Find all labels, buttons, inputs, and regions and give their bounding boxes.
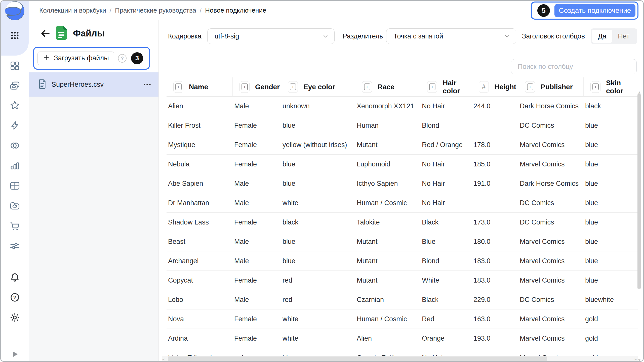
notifications[interactable] (1, 271, 29, 285)
encoding-label: Кодировка (168, 28, 202, 44)
encoding-select[interactable]: utf-8-sig (207, 28, 335, 44)
column-label: Name (189, 83, 208, 91)
table-cell: No Hair (420, 193, 472, 212)
lightning-icon (10, 120, 20, 132)
table-cell: Killer Frost (167, 116, 233, 135)
column-header: TGender (233, 77, 281, 96)
table-cell: Male (233, 232, 281, 251)
step-badge-5: 5 (537, 4, 550, 17)
table-cell: Female (233, 329, 281, 348)
table-cell: 173.0 (472, 213, 518, 232)
file-more-menu[interactable] (143, 83, 151, 86)
table-cell: White (420, 271, 472, 290)
breadcrumb-item[interactable]: Практические руководства (115, 7, 196, 14)
collections-icon (9, 80, 20, 92)
column-search-input[interactable] (511, 59, 637, 74)
create-connection-button[interactable]: Создать подключение (554, 4, 635, 17)
column-header: TRace (355, 77, 420, 96)
expand-sidebar-button[interactable] (1, 348, 29, 361)
app-window: ? (0, 0, 644, 362)
table-row: ArchangelMaleblueMutantBlond183.0Marvel … (167, 251, 638, 271)
table-cell: gold (584, 329, 638, 348)
breadcrumb-item[interactable]: Коллекции и воркбуки (39, 7, 106, 14)
table-cell: red (281, 271, 355, 290)
nav-marketplace[interactable] (1, 219, 29, 234)
table-cell: Czarnian (355, 290, 420, 309)
upload-files-button[interactable]: Загрузить файлы (37, 52, 114, 65)
table-cell: Dark Horse Comics (518, 97, 584, 116)
scroll-up-icon[interactable]: ▲ (637, 90, 641, 94)
nav-connections[interactable] (1, 119, 29, 133)
rail-divider (1, 346, 29, 346)
text-type-icon: T (239, 81, 250, 93)
table-row: NovaFemalewhiteHuman / CosmicRed163.0Mar… (167, 309, 638, 329)
scroll-left-icon[interactable]: ◂ (162, 357, 164, 361)
table-cell: Red (420, 309, 472, 329)
table-row: Dr ManhattanMalewhiteHuman / CosmicNo Ha… (167, 193, 638, 213)
settings[interactable] (1, 311, 29, 325)
left-rail: ? (1, 1, 29, 361)
table-cell: Nova (167, 309, 233, 329)
table-cell: DC Comics (518, 193, 584, 212)
table-cell: Dark Horse Comics (518, 174, 584, 193)
help[interactable]: ? (1, 291, 29, 305)
back-button[interactable] (39, 27, 51, 39)
file-list-item[interactable]: SuperHeroes.csv (29, 72, 158, 97)
table-cell: Black (420, 290, 472, 309)
table-cell: Female (233, 116, 281, 135)
table-cell: white (281, 309, 355, 329)
horizontal-scrollbar-thumb[interactable] (168, 356, 547, 361)
column-label: Height (494, 83, 516, 91)
column-label: Skin color (606, 79, 638, 95)
table-cell: 185.0 (472, 155, 518, 174)
nav-dashboards[interactable] (1, 179, 29, 193)
upload-help-icon[interactable]: ? (118, 54, 127, 63)
table-cell: Alien (167, 97, 233, 116)
scroll-down-icon[interactable]: ▼ (637, 358, 641, 362)
table-cell: Female (233, 213, 281, 232)
nav-collections[interactable] (1, 79, 29, 93)
table-cell (472, 116, 518, 135)
delimiter-value: Точка с запятой (393, 32, 504, 40)
text-type-icon: T (362, 81, 372, 93)
nav-charts[interactable] (1, 159, 29, 173)
nav-datasets[interactable] (1, 139, 29, 153)
vertical-scrollbar-thumb[interactable] (637, 94, 641, 289)
step-badge-3: 3 (131, 52, 143, 64)
table-cell: No Hair (420, 155, 472, 174)
svg-text:?: ? (13, 295, 16, 300)
upload-files-label: Загрузить файлы (54, 54, 109, 62)
file-name: SuperHeroes.csv (52, 81, 143, 88)
datalens-logo[interactable] (1, 4, 29, 18)
nav-tiles[interactable] (1, 59, 29, 73)
table-cell: gold (584, 309, 638, 329)
column-label: Eye color (303, 83, 335, 91)
table-cell: Dr Manhattan (167, 193, 233, 212)
header-toggle-no[interactable]: Нет (612, 30, 635, 43)
table-cell: 183.0 (472, 271, 518, 290)
table-cell: blue (584, 135, 638, 154)
table-row: AlienMaleunknownXenomorph XX121No Hair24… (167, 97, 638, 116)
nav-service-settings[interactable] (1, 240, 29, 254)
table-cell: Male (233, 174, 281, 193)
table-cell: Marvel Comics (518, 329, 584, 348)
folder-cloud-icon (9, 200, 20, 212)
breadcrumb-item: Новое подключение (205, 7, 266, 14)
scroll-right-icon[interactable]: ▸ (635, 357, 637, 361)
nav-storage[interactable] (1, 199, 29, 213)
table-row: LoboMaleredCzarnianBlack229.0DC Comicsbl… (167, 290, 638, 309)
table-cell (472, 193, 518, 212)
cart-icon (9, 220, 21, 233)
table-cell: Shadow Lass (167, 213, 233, 232)
text-type-icon: T (590, 81, 600, 93)
table-cell: Marvel Comics (518, 155, 584, 174)
table-cell: Alien (355, 329, 420, 348)
nav-favorites[interactable] (1, 99, 29, 113)
table-cell: Beast (167, 232, 233, 251)
header-toggle-yes[interactable]: Да (592, 30, 612, 43)
table-icon (9, 180, 20, 192)
apps-switcher[interactable] (1, 29, 29, 43)
breadcrumb-separator: / (200, 7, 202, 14)
table-cell: blue (584, 193, 638, 212)
delimiter-select[interactable]: Точка с запятой (386, 28, 516, 44)
